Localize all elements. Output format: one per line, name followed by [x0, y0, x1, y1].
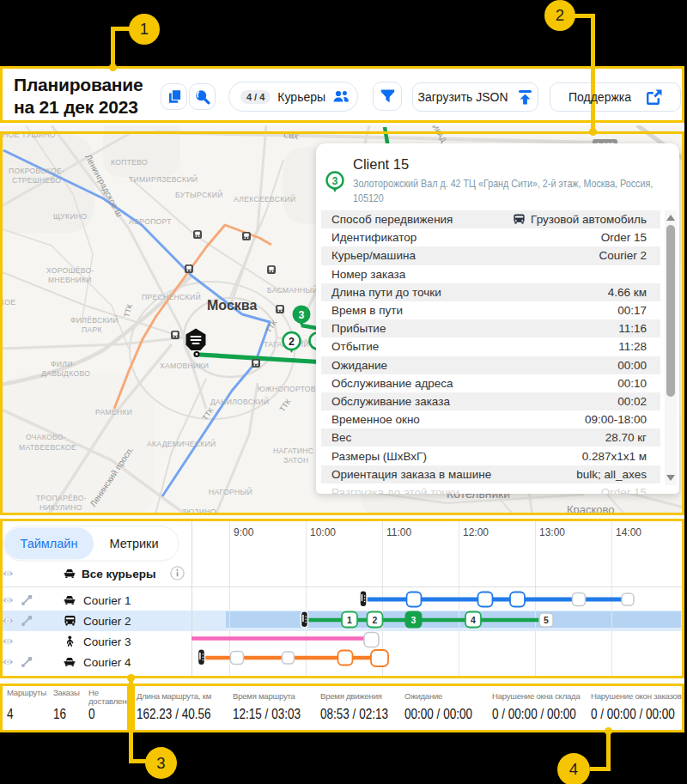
- svg-text:Москва: Москва: [207, 298, 257, 313]
- svg-text:2: 2: [289, 336, 295, 348]
- svg-text:ДАНИЛОВСКИЙ: ДАНИЛОВСКИЙ: [210, 397, 270, 406]
- svg-text:МАТВЕЕВСКОЕ: МАТВЕЕВСКОЕ: [19, 443, 76, 452]
- svg-text:КОПТЕВО: КОПТЕВО: [111, 158, 148, 167]
- svg-text:МНЕВНИКИ: МНЕВНИКИ: [48, 276, 92, 284]
- svg-text:9:00: 9:00: [234, 526, 254, 538]
- svg-text:Все курьеры: Все курьеры: [82, 568, 155, 580]
- svg-text:1: 1: [347, 615, 352, 625]
- svg-text:ПРЕСНЕНСКИЙ: ПРЕСНЕНСКИЙ: [142, 292, 201, 301]
- svg-text:РАМЕНКИ: РАМЕНКИ: [95, 408, 132, 416]
- svg-text:3: 3: [411, 615, 416, 625]
- svg-text:ТТК: ТТК: [122, 303, 134, 318]
- svg-text:ТИМИРЯЗЕВСКИЙ: ТИМИРЯЗЕВСКИЙ: [129, 174, 198, 184]
- svg-text:ТРОПАРЁВО-: ТРОПАРЁВО-: [36, 494, 87, 502]
- svg-text:Courier 3: Courier 3: [83, 635, 131, 648]
- svg-text:3: 3: [332, 175, 338, 187]
- svg-text:2: 2: [373, 615, 378, 625]
- svg-text:ЮЖНОПОРТОВ: ЮЖНОПОРТОВ: [258, 385, 316, 393]
- svg-text:БАСМАННЫЙ: БАСМАННЫЙ: [267, 285, 318, 295]
- svg-text:НИКУЛИНО: НИКУЛИНО: [40, 503, 82, 512]
- svg-text:ИКАД: ИКАД: [430, 125, 448, 144]
- svg-text:Courier 4: Courier 4: [83, 656, 131, 669]
- svg-text:ТТК: ТТК: [277, 398, 292, 413]
- svg-text:АЭРОПОРТ: АЭРОПОРТ: [129, 217, 172, 226]
- svg-text:ПОКРОВСКОЕ-: ПОКРОВСКОЕ-: [9, 167, 64, 175]
- svg-text:ОЧАКОВО-: ОЧАКОВО-: [26, 433, 66, 441]
- svg-text:ФИЛИ-: ФИЛИ-: [51, 360, 76, 368]
- svg-text:10:00: 10:00: [310, 526, 336, 538]
- svg-text:ДАВЫДКОВО: ДАВЫДКОВО: [41, 369, 90, 378]
- svg-text:Красково: Красково: [567, 503, 615, 516]
- svg-text:ФИЛЁВСКИЙ: ФИЛЁВСКИЙ: [70, 315, 119, 325]
- svg-text:НАГОРНЫЙ: НАГОРНЫЙ: [209, 487, 252, 496]
- svg-text:Courier 2: Courier 2: [83, 615, 131, 628]
- svg-text:АКАДЕМИЧЕСКИЙ: АКАДЕМИЧЕСКИЙ: [147, 439, 216, 448]
- svg-text:СТРЕШНЕВО: СТРЕШНЕВО: [12, 176, 61, 185]
- svg-text:3: 3: [299, 309, 305, 321]
- svg-text:СВХ: СВХ: [283, 131, 300, 141]
- svg-text:13:00: 13:00: [539, 526, 565, 538]
- svg-text:5: 5: [544, 615, 549, 625]
- svg-text:ХОРОШЁВО-: ХОРОШЁВО-: [46, 266, 94, 275]
- svg-text:14:00: 14:00: [616, 526, 641, 538]
- svg-text:БУТЫРСКИЙ: БУТЫРСКИЙ: [175, 190, 223, 199]
- svg-text:Courier 1: Courier 1: [83, 594, 131, 607]
- svg-text:11:00: 11:00: [386, 526, 411, 538]
- svg-text:ЩУКИНО: ЩУКИНО: [53, 212, 87, 221]
- svg-text:4: 4: [471, 615, 476, 625]
- svg-text:ХАМОВНИКИ: ХАМОВНИКИ: [160, 362, 209, 370]
- svg-text:НОЕ ТУШИНО: НОЕ ТУШИНО: [3, 131, 56, 139]
- svg-text:ЗАТОН: ЗАТОН: [283, 456, 309, 465]
- svg-text:12:00: 12:00: [463, 526, 489, 538]
- svg-text:Метрики: Метрики: [109, 537, 158, 550]
- svg-text:НАГАТИНС: НАГАТИНС: [273, 447, 313, 455]
- svg-text:ПАРК: ПАРК: [82, 325, 102, 334]
- svg-text:КОЕ: КОЕ: [0, 298, 15, 307]
- svg-text:Таймлайн: Таймлайн: [21, 537, 78, 550]
- svg-text:АЛЕКСЕЕВСКИЙ: АЛЕКСЕЕВСКИЙ: [234, 194, 295, 204]
